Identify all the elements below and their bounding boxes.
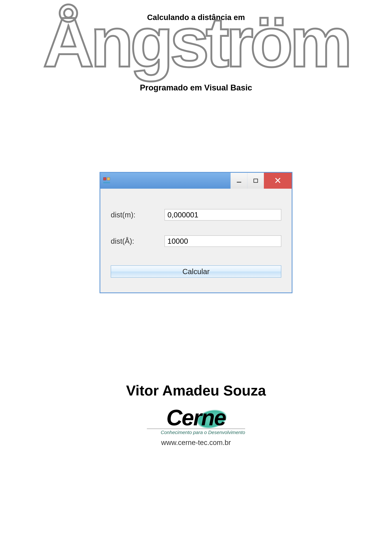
row-dist-m: dist(m): — [111, 209, 281, 221]
label-dist-a: dist(Å): — [111, 237, 165, 245]
label-dist-m: dist(m): — [111, 211, 165, 219]
author-name: Vitor Amadeu Souza — [126, 382, 266, 399]
row-dist-a: dist(Å): — [111, 235, 281, 247]
minimize-button[interactable] — [230, 173, 247, 189]
window-titlebar[interactable]: ✕ — [100, 173, 292, 189]
input-dist-m[interactable] — [165, 209, 281, 221]
maximize-icon — [253, 179, 258, 183]
subtitle: Programado em Visual Basic — [140, 83, 252, 92]
publisher-logo-text: Cerne — [166, 406, 226, 429]
close-button[interactable]: ✕ — [264, 173, 292, 189]
maximize-button[interactable] — [247, 173, 264, 189]
input-dist-a[interactable] — [165, 235, 281, 247]
app-window: ✕ dist(m): dist(Å): Calcular — [100, 172, 292, 293]
page-cover: Calculando a distância em Ångström Progr… — [0, 0, 392, 556]
window-client-area: dist(m): dist(Å): Calcular — [100, 189, 292, 293]
window-app-icon — [103, 177, 110, 184]
calculate-button[interactable]: Calcular — [111, 265, 281, 278]
window-controls: ✕ — [230, 173, 292, 189]
publisher-logo-block: Cerne Conhecimento para o Desenvolviment… — [147, 406, 245, 447]
minimize-icon — [237, 182, 241, 183]
title-main: Ångström — [43, 7, 349, 77]
publisher-url: www.cerne-tec.com.br — [161, 439, 231, 447]
close-icon: ✕ — [274, 176, 282, 185]
